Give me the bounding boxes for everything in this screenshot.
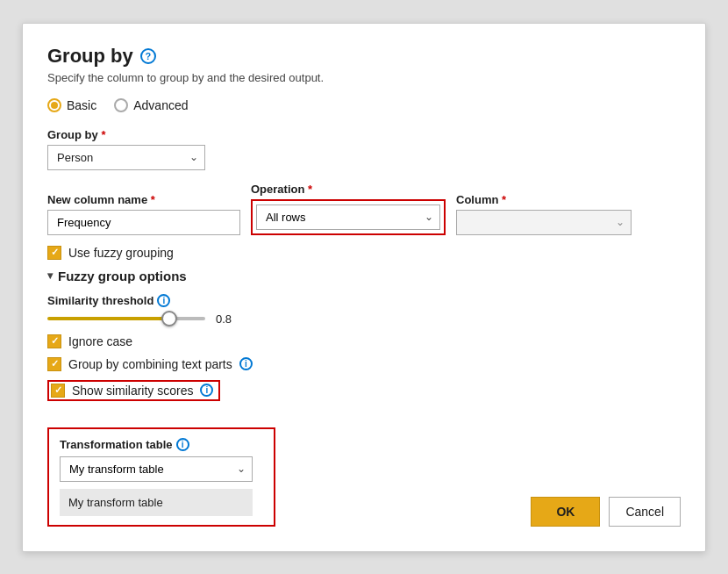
show-similarity-info-icon[interactable]: i xyxy=(200,384,213,397)
ok-button[interactable]: OK xyxy=(531,497,600,527)
transform-inner-wrapper: My transform table ⌄ xyxy=(60,456,253,482)
transform-dropdown-item[interactable]: My transform table xyxy=(60,489,253,516)
dialog-subtitle: Specify the column to group by and the d… xyxy=(47,71,681,84)
ignore-case-row: Ignore case xyxy=(47,334,681,348)
radio-advanced[interactable]: Advanced xyxy=(114,98,188,112)
operation-inner-wrapper: All rows Count Sum ⌄ xyxy=(256,204,440,230)
similarity-slider[interactable] xyxy=(47,317,205,320)
group-by-section: Group by * Person ⌄ xyxy=(47,128,681,170)
fuzzy-group-options-header[interactable]: ▾ Fuzzy group options xyxy=(47,269,681,283)
operation-field: Operation * All rows Count Sum ⌄ xyxy=(251,183,446,235)
transformation-select[interactable]: My transform table xyxy=(60,456,253,482)
radio-advanced-label: Advanced xyxy=(133,98,188,112)
use-fuzzy-grouping-checkbox[interactable] xyxy=(47,246,61,260)
show-similarity-container: Show similarity scores i xyxy=(47,380,681,410)
group-by-combining-label: Group by combining text parts xyxy=(68,357,232,371)
group-by-required: * xyxy=(101,128,105,141)
slider-container: 0.8 xyxy=(47,312,681,326)
operation-select[interactable]: All rows Count Sum xyxy=(256,204,440,230)
group-by-select-wrapper: Person ⌄ xyxy=(47,145,205,170)
operation-select-wrapper: All rows Count Sum ⌄ xyxy=(251,199,446,235)
title-info-icon[interactable]: ? xyxy=(140,48,156,64)
group-by-dialog: Group by ? Specify the column to group b… xyxy=(22,23,706,552)
radio-basic[interactable]: Basic xyxy=(47,98,96,112)
group-by-combining-checkbox[interactable] xyxy=(47,357,61,371)
new-column-label: New column name * xyxy=(47,193,240,206)
radio-basic-label: Basic xyxy=(67,98,96,112)
similarity-threshold-label: Similarity threshold i xyxy=(47,294,681,307)
dialog-title: Group by xyxy=(47,45,133,68)
show-similarity-checkbox[interactable] xyxy=(51,384,65,398)
group-by-combining-row: Group by combining text parts i xyxy=(47,357,681,371)
similarity-threshold-section: Similarity threshold i 0.8 xyxy=(47,294,681,326)
column-select-wrapper: ⌄ xyxy=(456,210,632,235)
transform-select-wrapper: My transform table ⌄ xyxy=(60,456,263,482)
show-similarity-label: Show similarity scores xyxy=(72,384,193,398)
similarity-value: 0.8 xyxy=(216,312,237,326)
transformation-info-icon[interactable]: i xyxy=(176,438,189,451)
columns-row: New column name * Operation * All rows C… xyxy=(47,183,681,235)
column-field: Column * ⌄ xyxy=(456,193,632,235)
combining-info-icon[interactable]: i xyxy=(239,357,253,370)
column-select[interactable] xyxy=(456,210,632,235)
footer-buttons: OK Cancel xyxy=(531,497,681,527)
radio-basic-circle xyxy=(47,98,61,112)
transformation-table-label: Transformation table i xyxy=(60,438,263,451)
ignore-case-checkbox[interactable] xyxy=(47,334,61,348)
group-by-select[interactable]: Person xyxy=(47,145,205,170)
fuzzy-chevron-icon: ▾ xyxy=(47,269,53,282)
new-column-name-field: New column name * xyxy=(47,193,240,235)
operation-label: Operation * xyxy=(251,183,446,196)
show-similarity-row: Show similarity scores i xyxy=(47,380,220,401)
cancel-button[interactable]: Cancel xyxy=(609,497,681,527)
use-fuzzy-grouping-label: Use fuzzy grouping xyxy=(68,246,174,260)
use-fuzzy-grouping-row: Use fuzzy grouping xyxy=(47,246,681,260)
similarity-info-icon[interactable]: i xyxy=(157,294,170,307)
radio-group: Basic Advanced xyxy=(47,98,681,112)
radio-advanced-circle xyxy=(114,98,128,112)
ignore-case-label: Ignore case xyxy=(68,334,132,348)
column-label: Column * xyxy=(456,193,632,206)
new-column-name-input[interactable] xyxy=(47,210,240,235)
fuzzy-group-options-title: Fuzzy group options xyxy=(58,269,187,283)
transformation-table-section: Transformation table i My transform tabl… xyxy=(47,427,275,527)
group-by-label: Group by * xyxy=(47,128,681,141)
